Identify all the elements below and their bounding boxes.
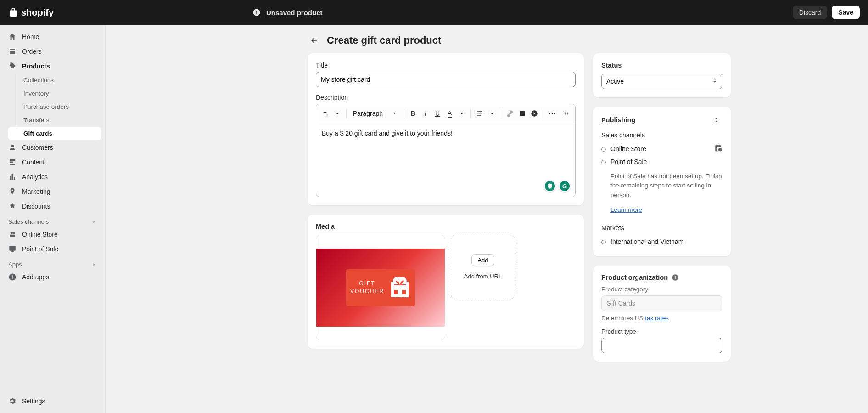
paragraph-label: Paragraph	[353, 110, 383, 117]
sidebar-item-marketing[interactable]: Marketing	[4, 184, 101, 199]
sidebar-item-analytics[interactable]: Analytics	[4, 170, 101, 184]
rte-link-button[interactable]	[505, 107, 515, 120]
rte-align-dropdown[interactable]	[487, 107, 497, 120]
page-title: Create gift card product	[327, 34, 441, 46]
rte-color-button[interactable]: A	[444, 107, 454, 120]
rte-underline-button[interactable]: U	[432, 107, 442, 120]
tax-line: Determines US tax rates	[601, 315, 722, 322]
rte-ai-button[interactable]	[320, 107, 330, 120]
sidebar-item-label: Purchase orders	[23, 103, 69, 110]
rte-align-button[interactable]	[475, 107, 485, 120]
code-icon	[563, 110, 570, 117]
status-select[interactable]: Active	[601, 74, 722, 89]
back-button[interactable]	[308, 34, 320, 47]
sidebar-item-label: Gift cards	[23, 130, 52, 137]
sidebar-item-orders[interactable]: Orders	[4, 44, 101, 59]
title-description-card: Title Description	[308, 53, 584, 205]
schedule-button[interactable]	[714, 144, 722, 154]
organization-heading: Product organization	[601, 274, 668, 281]
publishing-heading: Publishing	[601, 116, 635, 124]
info-icon[interactable]	[672, 274, 679, 281]
sidebar-section-apps: Apps	[4, 256, 101, 270]
discounts-icon	[8, 202, 17, 210]
tax-rates-link[interactable]: tax rates	[645, 315, 669, 322]
sidebar-item-online-store[interactable]: Online Store	[4, 227, 101, 242]
image-icon	[519, 110, 526, 117]
assistant-badge-1[interactable]	[544, 180, 556, 192]
pos-icon	[8, 245, 17, 253]
plus-circle-icon	[8, 273, 17, 281]
sales-channels-subheading: Sales channels	[601, 131, 722, 139]
save-button[interactable]: Save	[832, 6, 860, 19]
brand-logo: shopify	[8, 7, 54, 18]
type-label: Product type	[601, 328, 722, 335]
sidebar-item-settings[interactable]: Settings	[4, 394, 101, 408]
media-add-tile[interactable]: Add Add from URL	[451, 235, 515, 299]
calendar-clock-icon	[714, 144, 722, 152]
sidebar-item-purchase-orders[interactable]: Purchase orders	[17, 100, 101, 113]
market-row: International and Vietnam	[601, 235, 722, 248]
title-input[interactable]	[316, 72, 576, 87]
rte-ai-dropdown[interactable]	[332, 107, 342, 120]
product-type-input[interactable]	[601, 338, 722, 353]
align-left-icon	[476, 110, 483, 117]
grammarly-badge[interactable]: G	[559, 180, 571, 192]
rte-paragraph-select[interactable]: Paragraph	[350, 110, 400, 117]
description-text: Buy a $ 20 gift card and give it to your…	[322, 130, 453, 137]
rte-video-button[interactable]	[529, 107, 539, 120]
sidebar-item-add-apps[interactable]: Add apps	[4, 270, 101, 284]
chevron-down-icon	[458, 110, 465, 117]
media-heading: Media	[316, 223, 576, 230]
section-label-text: Apps	[8, 261, 22, 268]
voucher-line2: VOUCHER	[350, 288, 384, 295]
rte-body[interactable]: Buy a $ 20 gift card and give it to your…	[316, 123, 575, 197]
add-from-url-link[interactable]: Add from URL	[464, 273, 502, 280]
separator	[470, 109, 471, 118]
rte-more-button[interactable]	[547, 107, 557, 120]
chevron-down-icon	[334, 110, 341, 117]
voucher-line1: GIFT	[359, 280, 375, 288]
rte-italic-button[interactable]: I	[420, 107, 430, 120]
status-heading: Status	[601, 62, 722, 69]
sidebar-item-label: Analytics	[22, 173, 48, 181]
publishing-card: Publishing Sales channels Online Store	[593, 107, 731, 256]
learn-more-link[interactable]: Learn more	[610, 206, 642, 213]
voucher-card: GIFT VOUCHER	[346, 269, 415, 306]
category-label: Product category	[601, 286, 722, 293]
sidebar-item-customers[interactable]: Customers	[4, 140, 101, 155]
home-icon	[8, 33, 17, 41]
customers-icon	[8, 143, 17, 152]
sidebar-item-collections[interactable]: Collections	[17, 74, 101, 87]
chevron-right-icon[interactable]	[91, 219, 97, 225]
channel-label: Online Store	[610, 145, 646, 153]
chevron-right-icon[interactable]	[91, 262, 97, 267]
separator	[543, 109, 543, 118]
arrow-left-icon	[310, 36, 318, 45]
sidebar-item-content[interactable]: Content	[4, 155, 101, 170]
add-media-button[interactable]: Add	[471, 254, 494, 266]
rte-image-button[interactable]	[517, 107, 527, 120]
media-thumbnail[interactable]: GIFT VOUCHER	[316, 235, 445, 340]
rte-color-dropdown[interactable]	[457, 107, 467, 120]
video-icon	[531, 110, 538, 117]
channel-label: Point of Sale	[610, 158, 647, 165]
sidebar-item-label: Home	[22, 33, 39, 40]
page-header: Create gift card product	[106, 31, 624, 53]
sidebar-item-home[interactable]: Home	[4, 29, 101, 44]
sidebar-item-gift-cards[interactable]: Gift cards	[8, 127, 101, 140]
rte-bold-button[interactable]: B	[408, 107, 418, 120]
sidebar-item-inventory[interactable]: Inventory	[17, 87, 101, 100]
section-label-text: Sales channels	[8, 218, 49, 225]
sidebar-item-label: Orders	[22, 48, 42, 55]
discard-button[interactable]: Discard	[793, 6, 827, 19]
publishing-menu-button[interactable]	[710, 115, 722, 128]
sidebar-item-label: Products	[22, 62, 50, 70]
rte-code-button[interactable]	[561, 107, 571, 120]
chevron-down-icon	[488, 110, 496, 117]
sidebar-item-discounts[interactable]: Discounts	[4, 199, 101, 214]
sidebar-item-pos[interactable]: Point of Sale	[4, 242, 101, 256]
sidebar-item-products[interactable]: Products	[4, 59, 101, 74]
sidebar-item-transfers[interactable]: Transfers	[17, 113, 101, 127]
channel-pos: Point of Sale Point of Sale has not been…	[601, 155, 722, 216]
description-label: Description	[316, 94, 576, 101]
